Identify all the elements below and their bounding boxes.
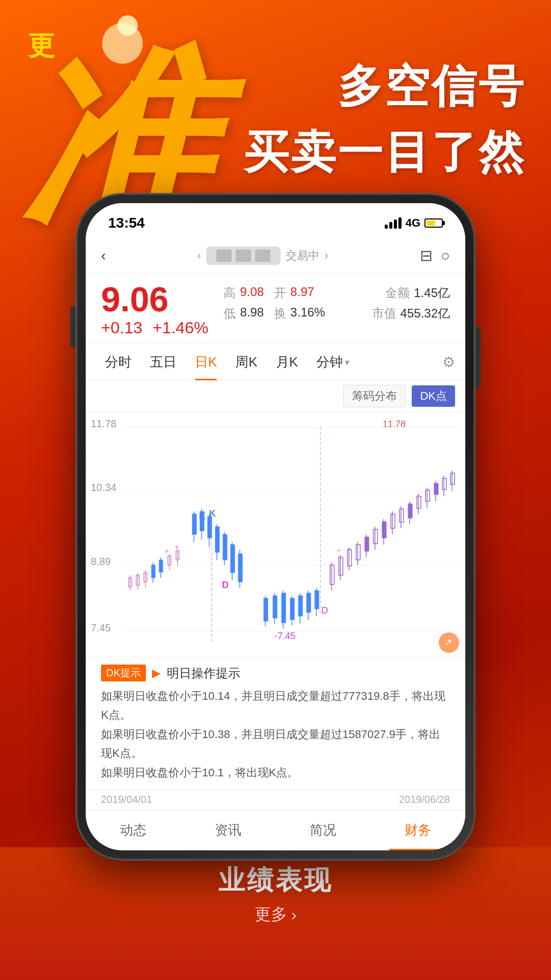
svg-rect-45 — [307, 593, 311, 612]
turnover-label: 换 — [274, 305, 286, 322]
back-button[interactable]: ‹ — [101, 248, 106, 264]
amount-label: 金额 — [385, 285, 410, 301]
dk-line-2: 如果明日收盘价小于10.38，并且明日成交量超过1587027.9手，将出现K点… — [101, 728, 440, 760]
candlestick-chart: 11.78 10.34 8.89 7.45 11.78 — [86, 412, 465, 657]
app-header: ‹ ‹ 交易中 › ⊟ ○ — [86, 238, 465, 274]
stock-name-block2 — [236, 250, 251, 262]
svg-rect-48 — [315, 591, 319, 609]
svg-rect-36 — [273, 596, 277, 618]
svg-rect-73 — [425, 490, 430, 501]
dk-hint-title: DK提示 ▶ 明日操作提示 — [101, 665, 450, 681]
svg-rect-75 — [434, 483, 438, 495]
chart-controls: 筹码分布 DK点 — [86, 381, 465, 412]
y-label-top: 11.78 — [91, 418, 116, 429]
bar2 — [389, 222, 392, 229]
header-icons: ⊟ ○ — [420, 247, 450, 264]
dropdown-icon: ▾ — [345, 357, 349, 368]
tab-zhouk[interactable]: 周K — [226, 344, 266, 380]
low-row: 低 8.98 — [223, 305, 264, 322]
tab-fenzhong[interactable]: 分钟 ▾ — [307, 344, 359, 380]
search-icon[interactable]: ○ — [441, 247, 450, 264]
svg-rect-63 — [382, 522, 386, 538]
mktval-label: 市值 — [372, 305, 396, 322]
svg-text:+: + — [337, 546, 341, 554]
svg-rect-27 — [223, 534, 227, 560]
turnover-val: 3.16% — [290, 305, 325, 322]
settings-icon[interactable]: ⊟ — [420, 247, 433, 264]
svg-rect-38 — [282, 593, 286, 623]
bottom-more[interactable]: 更多 › — [255, 903, 297, 926]
svg-rect-65 — [391, 514, 395, 528]
bar4 — [398, 217, 402, 229]
chart-settings-icon[interactable]: ⚙ — [442, 354, 455, 371]
status-time: 13:54 — [108, 215, 145, 231]
more-arrow-icon: › — [291, 905, 297, 924]
svg-text:+: + — [164, 547, 169, 555]
svg-rect-30 — [231, 545, 235, 573]
status-4g: 4G — [406, 216, 420, 230]
bottom-section: 业绩表现 更多 › — [0, 847, 551, 980]
svg-rect-41 — [290, 598, 294, 620]
nav-right-arrow[interactable]: › — [324, 249, 328, 262]
svg-rect-59 — [365, 537, 369, 551]
candle-group-early: + + K K — [129, 508, 242, 591]
battery-icon — [424, 218, 443, 228]
low-label: 低 — [223, 305, 236, 322]
dk-hint-area: DK提示 ▶ 明日操作提示 如果明日收盘价小于10.14，并且明日成交量超过77… — [86, 657, 465, 789]
high-val: 9.08 — [240, 285, 264, 301]
chip-dist-button[interactable]: 筹码分布 — [343, 385, 406, 407]
nav-left-arrow[interactable]: ‹ — [197, 249, 201, 262]
dk-hint-body: 如果明日收盘价小于10.14，并且明日成交量超过777319.8手，将出现K点。… — [101, 687, 450, 782]
dk-line-1: 如果明日收盘价小于10.14，并且明日成交量超过777319.8手，将出现K点。 — [101, 690, 445, 721]
main-price: 9.06 — [101, 282, 208, 316]
bar3 — [394, 219, 397, 229]
bottom-title: 业绩表现 — [218, 863, 333, 898]
high-row: 高 9.08 — [223, 285, 264, 301]
stock-name-block1 — [216, 250, 232, 262]
svg-rect-19 — [192, 514, 196, 534]
nav-dongtai[interactable]: 动态 — [86, 811, 181, 850]
status-icons: 4G — [385, 216, 443, 230]
dk-line-3: 如果明日收盘价小于10.1，将出现K点。 — [101, 766, 299, 779]
chart-tabs: 分时 五日 日K 周K 月K 分钟 ▾ ⚙ — [86, 344, 465, 381]
mktval-val: 455.32亿 — [400, 305, 450, 322]
turnover-row: 换 3.16% — [274, 305, 325, 322]
battery-level — [427, 220, 435, 226]
svg-rect-32 — [238, 554, 242, 582]
svg-rect-52 — [339, 557, 343, 575]
svg-rect-67 — [399, 509, 404, 522]
svg-text:+: + — [174, 543, 179, 551]
mktval-row: 市值 455.32亿 — [372, 305, 450, 322]
tab-wuri[interactable]: 五日 — [141, 344, 186, 380]
tab-rik[interactable]: 日K — [186, 344, 226, 380]
dk-badge: DK提示 — [101, 665, 146, 681]
header-nav: ‹ 交易中 › — [197, 247, 329, 265]
low-val: 8.98 — [240, 305, 264, 322]
stock-name-block3 — [255, 250, 270, 262]
banner-line2: 买卖一目了然 — [244, 122, 525, 183]
high-label: 高 — [223, 285, 236, 301]
nav-zixun[interactable]: 资讯 — [181, 811, 276, 850]
trading-status: 交易中 — [286, 248, 319, 263]
nav-caiwu[interactable]: 财务 — [370, 811, 465, 850]
svg-rect-43 — [298, 596, 303, 616]
chart-area[interactable]: 11.78 10.34 8.89 7.45 11.78 — [86, 412, 465, 657]
svg-rect-9 — [159, 560, 163, 572]
price-change: +0.13 — [101, 318, 142, 337]
svg-rect-61 — [373, 529, 378, 544]
nav-jiankuang[interactable]: 简况 — [276, 811, 370, 850]
svg-rect-71 — [417, 496, 421, 508]
y-label-bot: 7.45 — [91, 622, 111, 633]
tab-yuek[interactable]: 月K — [267, 344, 307, 380]
stock-name-display — [206, 247, 281, 265]
svg-text:D: D — [222, 580, 229, 590]
svg-rect-25 — [215, 527, 219, 552]
date-range: 2019/04/01 2019/06/28 — [86, 789, 465, 810]
amount-row: 金额 1.45亿 — [385, 285, 450, 301]
date-start: 2019/04/01 — [101, 794, 152, 805]
phone-outer: 13:54 4G ‹ ‹ — [77, 194, 474, 860]
phone-mockup: 13:54 4G ‹ ‹ — [77, 194, 474, 860]
svg-rect-57 — [356, 545, 360, 560]
dk-point-button[interactable]: DK点 — [412, 385, 455, 407]
tab-fenshi[interactable]: 分时 — [96, 344, 141, 380]
